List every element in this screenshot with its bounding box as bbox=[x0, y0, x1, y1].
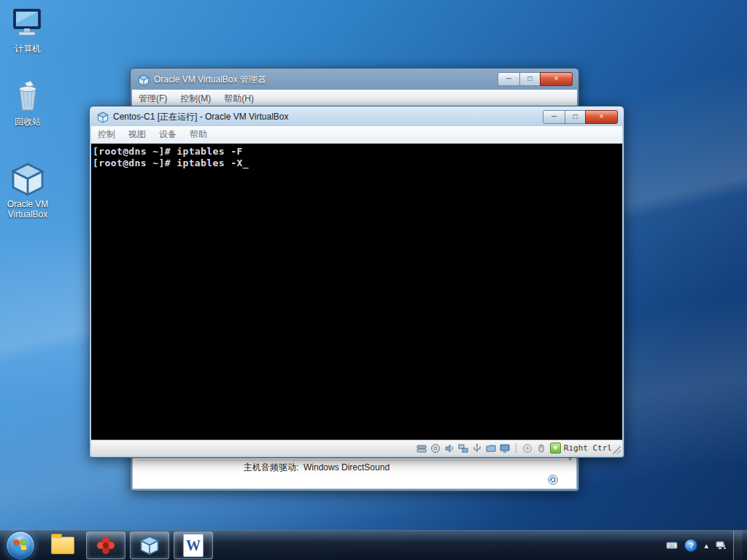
terminal-line: [root@dns ~]# iptables -F bbox=[93, 146, 621, 158]
computer-icon bbox=[10, 6, 45, 41]
host-key-label: Right Ctrl bbox=[564, 443, 612, 453]
details-separator bbox=[139, 460, 562, 461]
red-flower-icon bbox=[96, 535, 116, 556]
maximize-button[interactable]: □ bbox=[565, 110, 586, 124]
vm-window-title: Centos-C1 [正在运行] - Oracle VM VirtualBox bbox=[113, 111, 289, 123]
shared-folders-status-icon[interactable] bbox=[486, 443, 496, 454]
details-refresh-icon[interactable] bbox=[547, 474, 559, 486]
host-key-indicator: ▼ Right Ctrl bbox=[550, 443, 612, 454]
desktop-icon-label: Oracle VM VirtualBox bbox=[7, 199, 49, 219]
show-desktop-button[interactable] bbox=[733, 531, 743, 560]
minimize-button[interactable]: ─ bbox=[498, 72, 520, 86]
taskbar-item-app-red[interactable] bbox=[86, 532, 125, 559]
start-button[interactable] bbox=[6, 531, 35, 560]
taskbar-item-word[interactable]: W bbox=[174, 532, 213, 559]
help-tray-icon[interactable]: ? bbox=[684, 539, 697, 552]
display-status-icon[interactable] bbox=[500, 443, 510, 454]
menu-view[interactable]: 视图 bbox=[122, 128, 152, 141]
hdd-status-icon[interactable] bbox=[417, 443, 427, 454]
menu-devices[interactable]: 设备 bbox=[152, 128, 183, 141]
ime-keyboard-icon[interactable] bbox=[666, 540, 678, 551]
virtualization-status-icon[interactable] bbox=[522, 443, 533, 454]
minimize-button[interactable]: ─ bbox=[543, 110, 565, 124]
desktop-icon-label: 回收站 bbox=[15, 117, 41, 127]
desktop-icon-label: 计算机 bbox=[15, 44, 41, 54]
audio-status-icon[interactable] bbox=[444, 443, 454, 454]
folder-icon bbox=[51, 537, 74, 554]
cd-status-icon[interactable] bbox=[430, 443, 441, 454]
desktop-icon-computer[interactable]: 计算机 bbox=[0, 6, 59, 55]
vm-titlebar[interactable]: Centos-C1 [正在运行] - Oracle VM VirtualBox … bbox=[91, 108, 622, 126]
audio-driver-label: 主机音频驱动: bbox=[244, 462, 298, 472]
taskbar-apps: W bbox=[44, 532, 213, 559]
word-icon: W bbox=[183, 534, 204, 557]
close-button[interactable]: × bbox=[540, 72, 573, 86]
vm-console[interactable]: [root@dns ~]# iptables -F [root@dns ~]# … bbox=[91, 144, 622, 440]
mouse-integration-status-icon[interactable] bbox=[536, 443, 546, 454]
virtualbox-icon bbox=[138, 74, 150, 86]
vm-statusbar: ▼ Right Ctrl bbox=[91, 440, 622, 456]
vm-menubar: 控制 视图 设备 帮助 bbox=[91, 126, 622, 144]
vm-window-icon bbox=[97, 112, 109, 123]
menu-help[interactable]: 帮助(H) bbox=[217, 93, 260, 105]
virtualbox-icon bbox=[139, 535, 160, 556]
audio-driver-row: 主机音频驱动: Windows DirectSound bbox=[244, 462, 390, 474]
menu-machine[interactable]: 控制 bbox=[91, 128, 122, 141]
manager-window-title: Oracle VM VirtualBox 管理器 bbox=[154, 74, 266, 86]
audio-driver-value: Windows DirectSound bbox=[303, 462, 390, 472]
manager-titlebar[interactable]: Oracle VM VirtualBox 管理器 ─ □ × bbox=[132, 70, 577, 90]
desktop-icon-recycle-bin[interactable]: 回收站 bbox=[0, 79, 59, 128]
desktop: 计算机 回收站 Oracle VM VirtualBox Oracle VM V… bbox=[0, 0, 747, 560]
show-hidden-icons-chevron[interactable]: ▴ bbox=[704, 541, 708, 551]
terminal-cursor: _ bbox=[243, 158, 249, 168]
network-tray-icon[interactable] bbox=[715, 540, 727, 551]
menu-help[interactable]: 帮助 bbox=[183, 128, 214, 141]
usb-status-icon[interactable] bbox=[472, 443, 482, 454]
maximize-button[interactable]: □ bbox=[519, 72, 541, 86]
menu-file[interactable]: 管理(F) bbox=[132, 93, 174, 105]
close-button[interactable]: × bbox=[585, 110, 618, 124]
host-key-arrow-icon: ▼ bbox=[550, 443, 561, 454]
menu-machine[interactable]: 控制(M) bbox=[174, 93, 217, 105]
statusbar-separator bbox=[516, 443, 516, 454]
terminal-line: [root@dns ~]# iptables -X_ bbox=[93, 158, 621, 169]
desktop-icon-virtualbox[interactable]: Oracle VM VirtualBox bbox=[0, 162, 59, 219]
windows-flag-icon bbox=[13, 539, 26, 551]
vm-window: Centos-C1 [正在运行] - Oracle VM VirtualBox … bbox=[89, 106, 624, 458]
network-status-icon[interactable] bbox=[458, 443, 468, 454]
taskbar: W ? ▴ bbox=[0, 530, 747, 560]
system-tray: ? ▴ bbox=[666, 531, 747, 560]
resize-grip[interactable] bbox=[613, 446, 621, 454]
recycle-bin-icon bbox=[10, 79, 45, 114]
virtualbox-icon bbox=[10, 162, 45, 197]
taskbar-item-virtualbox[interactable] bbox=[130, 532, 169, 559]
taskbar-item-explorer[interactable] bbox=[44, 532, 82, 559]
